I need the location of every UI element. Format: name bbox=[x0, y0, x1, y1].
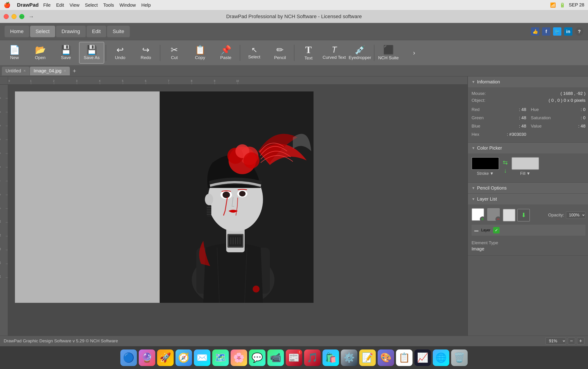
left-rulers: 1 2 3 4 5 6 bbox=[0, 77, 8, 336]
close-image-tab[interactable]: × bbox=[64, 69, 66, 73]
image-tab[interactable]: Image_04.jpg × bbox=[30, 67, 70, 75]
nch-suite-tool[interactable]: ⬛ NCH Suite bbox=[376, 42, 401, 64]
svg-text:8: 8 bbox=[0, 194, 1, 195]
other-dock-icon-1[interactable]: 🌐 bbox=[433, 349, 449, 366]
zoom-out-btn[interactable]: − bbox=[568, 337, 575, 345]
nav-select[interactable]: Select bbox=[30, 26, 55, 37]
minimize-button[interactable] bbox=[11, 14, 17, 19]
maps-dock-icon[interactable]: 🗺️ bbox=[212, 349, 229, 366]
photos-icon: 🌸 bbox=[233, 352, 245, 363]
untitled-tab[interactable]: Untitled × bbox=[2, 67, 29, 75]
nav-home[interactable]: Home bbox=[5, 26, 29, 37]
stroke-dropdown-btn[interactable]: ▼ bbox=[490, 171, 494, 176]
menu-view[interactable]: View bbox=[70, 2, 80, 8]
pencil-options-title: Pencil Options bbox=[477, 185, 507, 191]
svg-text:10: 10 bbox=[236, 80, 239, 82]
zoom-dropdown[interactable]: 91% 100% 75% 50% bbox=[546, 337, 566, 345]
back-button[interactable]: ← bbox=[18, 12, 26, 21]
text-tool[interactable]: T Text bbox=[296, 42, 321, 64]
menu-select[interactable]: Select bbox=[85, 2, 98, 8]
copy-tool[interactable]: 📋 Copy bbox=[187, 42, 213, 64]
close-button[interactable] bbox=[4, 14, 9, 19]
menu-file[interactable]: File bbox=[43, 2, 51, 8]
menu-window[interactable]: Window bbox=[120, 2, 136, 8]
svg-text:3: 3 bbox=[76, 80, 77, 82]
object-label: Object: bbox=[472, 98, 490, 103]
eyedropper-tool[interactable]: 💉 Eyedropper bbox=[347, 42, 373, 64]
photos-dock-icon[interactable]: 🌸 bbox=[231, 349, 247, 366]
save-tool[interactable]: 💾 Save bbox=[53, 42, 79, 64]
select-tool[interactable]: ↖ Select bbox=[242, 42, 267, 64]
apple-logo[interactable]: 🍎 bbox=[4, 2, 10, 8]
facebook-icon[interactable]: f bbox=[542, 27, 550, 36]
safari-dock-icon[interactable]: 🧭 bbox=[175, 349, 192, 366]
save-as-icon: 💾 bbox=[86, 45, 97, 54]
new-tool[interactable]: 📄 New bbox=[2, 42, 27, 64]
color-picker-header[interactable]: ▼ Color Picker bbox=[468, 143, 588, 154]
fill-color-swatch[interactable] bbox=[512, 157, 539, 170]
menu-edit[interactable]: Edit bbox=[56, 2, 64, 8]
nav-drawing[interactable]: Drawing bbox=[56, 26, 86, 37]
paste-tool[interactable]: 📌 Paste bbox=[213, 42, 238, 64]
facetime-dock-icon[interactable]: 📹 bbox=[267, 349, 284, 366]
stocks-dock-icon[interactable]: 📈 bbox=[414, 349, 431, 366]
layer-list-header[interactable]: ▼ Layer List bbox=[468, 194, 588, 205]
close-untitled-tab[interactable]: × bbox=[23, 69, 26, 73]
settings-dock-icon[interactable]: ⚙️ bbox=[341, 349, 357, 366]
menu-help[interactable]: Help bbox=[141, 2, 151, 8]
toolbar-expand[interactable]: › bbox=[402, 42, 427, 64]
fill-dropdown-btn[interactable]: ▼ bbox=[527, 171, 531, 176]
zoom-in-btn[interactable]: + bbox=[577, 337, 584, 345]
thumbsup-icon[interactable]: 👍 bbox=[531, 27, 539, 36]
curved-text-tool[interactable]: T Curved Text bbox=[322, 42, 347, 64]
nav-edit[interactable]: Edit bbox=[87, 26, 106, 37]
save-as-tool[interactable]: 💾 Save As bbox=[79, 42, 104, 64]
appstore-dock-icon[interactable]: 🛍️ bbox=[323, 349, 339, 366]
linkedin-icon[interactable]: in bbox=[564, 27, 572, 36]
pencil-tool[interactable]: ✏ Pencil bbox=[267, 42, 293, 64]
music-dock-icon[interactable]: 🎵 bbox=[304, 349, 321, 366]
twitter-icon[interactable]: 🐦 bbox=[553, 27, 561, 36]
appstore-icon: 🛍️ bbox=[325, 352, 336, 363]
redo-tool[interactable]: ↪ Redo bbox=[133, 42, 159, 64]
menu-tools[interactable]: Tools bbox=[103, 2, 114, 8]
launchpad-dock-icon[interactable]: 🚀 bbox=[157, 349, 174, 366]
swap-arrow-down[interactable]: ↓ bbox=[503, 167, 508, 174]
app-nav-bar: Home Select Drawing Edit Suite 👍 f 🐦 in … bbox=[0, 23, 588, 40]
drawpad-dock-icon[interactable]: 🎨 bbox=[378, 349, 394, 366]
facetime-icon: 📹 bbox=[270, 352, 281, 363]
notes-dock-icon[interactable]: 📝 bbox=[359, 349, 376, 366]
trash-icon: 🗑️ bbox=[454, 352, 465, 363]
opacity-dropdown[interactable]: 100% 75% 50% 25% bbox=[566, 211, 586, 219]
pencil-options-header[interactable]: ▼ Pencil Options bbox=[468, 183, 588, 194]
messages-dock-icon[interactable]: 💬 bbox=[249, 349, 265, 366]
finder-dock-icon[interactable]: 🔵 bbox=[120, 349, 137, 366]
canvas bbox=[15, 92, 314, 303]
layer-item[interactable]: ▬ Layer ✓ bbox=[472, 225, 586, 236]
duplicate-layer-btn[interactable] bbox=[503, 209, 516, 222]
undo-tool[interactable]: ↩ Undo bbox=[108, 42, 133, 64]
news-dock-icon[interactable]: 📰 ! bbox=[286, 349, 302, 366]
svg-text:8: 8 bbox=[191, 80, 192, 82]
forward-button[interactable]: → bbox=[28, 12, 35, 21]
trash-dock-icon[interactable]: 🗑️ bbox=[451, 349, 468, 366]
add-tab-button[interactable]: + bbox=[70, 67, 79, 75]
layer-visibility-check[interactable]: ✓ bbox=[493, 227, 500, 234]
move-layer-btn[interactable]: ⬇ bbox=[517, 209, 530, 222]
canvas-area-wrapper[interactable] bbox=[8, 84, 467, 336]
help-icon[interactable]: ? bbox=[575, 27, 583, 36]
toolbar: 📄 New 📂 Open 💾 Save 💾 Save As ↩ Undo ↪ R… bbox=[0, 40, 588, 65]
select-label: Select bbox=[248, 54, 261, 60]
nav-suite[interactable]: Suite bbox=[107, 26, 130, 37]
swap-colors-btn[interactable]: ⇆ bbox=[503, 159, 508, 166]
svg-text:0: 0 bbox=[9, 80, 10, 82]
stroke-color-swatch[interactable] bbox=[472, 157, 499, 170]
reminders-dock-icon[interactable]: 📋 bbox=[396, 349, 413, 366]
siri-dock-icon[interactable]: 🔮 bbox=[139, 349, 155, 366]
information-header[interactable]: ▼ Information bbox=[468, 77, 588, 87]
maps-icon: 🗺️ bbox=[215, 352, 226, 363]
mail-dock-icon[interactable]: ✉️ bbox=[194, 349, 210, 366]
svg-text:6: 6 bbox=[145, 80, 146, 82]
open-tool[interactable]: 📂 Open bbox=[28, 42, 53, 64]
cut-tool[interactable]: ✂ Cut bbox=[162, 42, 187, 64]
